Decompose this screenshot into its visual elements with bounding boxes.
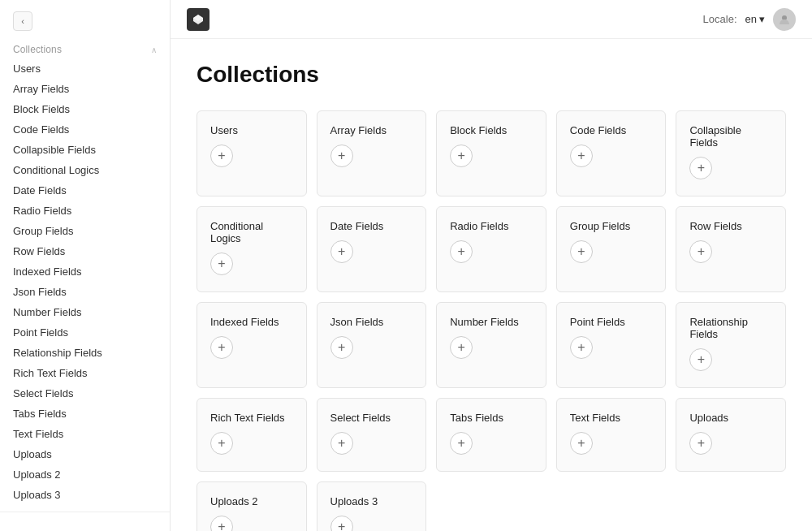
locale-selector[interactable]: en ▾ xyxy=(745,13,765,25)
collection-add-icon[interactable]: + xyxy=(689,240,712,263)
collection-card[interactable]: Number Fields+ xyxy=(436,302,546,388)
sidebar-link-relationship-fields[interactable]: Relationship Fields xyxy=(0,343,170,363)
collection-add-icon[interactable]: + xyxy=(330,516,353,531)
collection-card[interactable]: Relationship Fields+ xyxy=(676,302,786,388)
app-logo xyxy=(187,8,209,31)
sidebar-link-select-fields[interactable]: Select Fields xyxy=(0,383,170,404)
collection-card[interactable]: Rich Text Fields+ xyxy=(197,398,307,472)
collection-add-icon[interactable]: + xyxy=(210,516,233,531)
collection-card[interactable]: Uploads 3+ xyxy=(317,481,427,531)
collection-add-icon[interactable]: + xyxy=(450,336,473,359)
collection-add-icon[interactable]: + xyxy=(330,145,353,167)
collection-card[interactable]: Block Fields+ xyxy=(436,110,546,196)
collection-card-name: Uploads xyxy=(689,412,772,424)
sidebar-item: Rich Text Fields xyxy=(0,363,170,383)
collection-card[interactable]: Uploads+ xyxy=(676,398,786,472)
sidebar-section-collections: Collections ∧ xyxy=(0,37,170,58)
collection-card[interactable]: Group Fields+ xyxy=(556,206,667,292)
chevron-left-icon: ‹ xyxy=(21,16,24,26)
sidebar-link-row-fields[interactable]: Row Fields xyxy=(0,241,170,261)
collection-card[interactable]: Point Fields+ xyxy=(556,302,667,388)
sidebar-nav: UsersArray FieldsBlock FieldsCode Fields… xyxy=(0,58,170,512)
sidebar-link-array-fields[interactable]: Array Fields xyxy=(0,79,170,99)
sidebar-link-block-fields[interactable]: Block Fields xyxy=(0,99,170,119)
collection-card[interactable]: Tabs Fields+ xyxy=(436,398,546,472)
collection-add-icon[interactable]: + xyxy=(689,157,712,179)
collection-card[interactable]: Date Fields+ xyxy=(317,206,427,292)
collection-card[interactable]: Collapsible Fields+ xyxy=(676,110,786,196)
collection-add-icon[interactable]: + xyxy=(330,240,353,263)
collection-card[interactable]: Code Fields+ xyxy=(556,110,667,196)
collection-add-icon[interactable]: + xyxy=(689,348,712,371)
logout-button[interactable]: ⇥ xyxy=(13,522,32,531)
sidebar-item: Users xyxy=(0,58,170,79)
collection-card-name: Collapsible Fields xyxy=(689,124,772,149)
collection-card[interactable]: Text Fields+ xyxy=(556,398,667,472)
collection-card[interactable]: Row Fields+ xyxy=(676,206,786,292)
collection-card[interactable]: Users+ xyxy=(197,110,307,196)
sidebar-link-conditional-logics[interactable]: Conditional Logics xyxy=(0,160,170,180)
collection-card-name: Rich Text Fields xyxy=(210,412,293,424)
sidebar-link-indexed-fields[interactable]: Indexed Fields xyxy=(0,261,170,282)
sidebar-link-radio-fields[interactable]: Radio Fields xyxy=(0,201,170,221)
sidebar-link-code-fields[interactable]: Code Fields xyxy=(0,119,170,140)
collection-add-icon[interactable]: + xyxy=(330,432,353,455)
page-content: Collections Users+Array Fields+Block Fie… xyxy=(171,39,812,531)
sidebar-item: Block Fields xyxy=(0,99,170,119)
collection-card-name: Uploads 3 xyxy=(330,495,413,507)
sidebar-item: Number Fields xyxy=(0,302,170,322)
collections-grid: Users+Array Fields+Block Fields+Code Fie… xyxy=(197,110,786,531)
locale-chevron-icon: ▾ xyxy=(759,13,765,25)
collection-card-name: Users xyxy=(210,124,293,136)
collection-card[interactable]: Indexed Fields+ xyxy=(197,302,307,388)
collection-add-icon[interactable]: + xyxy=(330,336,353,359)
locale-label: Locale: xyxy=(703,13,737,25)
sidebar-link-date-fields[interactable]: Date Fields xyxy=(0,180,170,201)
collection-add-icon[interactable]: + xyxy=(210,336,233,359)
user-avatar[interactable] xyxy=(773,8,796,31)
collection-add-icon[interactable]: + xyxy=(210,432,233,455)
sidebar-link-uploads[interactable]: Uploads xyxy=(0,444,170,464)
sidebar-link-uploads-2[interactable]: Uploads 2 xyxy=(0,464,170,485)
sidebar-link-text-fields[interactable]: Text Fields xyxy=(0,424,170,444)
sidebar-link-collapsible-fields[interactable]: Collapsible Fields xyxy=(0,140,170,160)
sidebar-item: Conditional Logics xyxy=(0,160,170,180)
collection-card[interactable]: Uploads 2+ xyxy=(197,481,307,531)
sidebar-link-rich-text-fields[interactable]: Rich Text Fields xyxy=(0,363,170,383)
collection-card-name: Code Fields xyxy=(570,124,653,136)
sidebar-item: Row Fields xyxy=(0,241,170,261)
main-area: Locale: en ▾ Collections Users+Array Fie… xyxy=(171,0,812,531)
collection-add-icon[interactable]: + xyxy=(689,432,712,455)
sidebar: ‹ Collections ∧ UsersArray FieldsBlock F… xyxy=(0,0,171,531)
collection-card-name: Block Fields xyxy=(450,124,533,136)
collection-card[interactable]: Select Fields+ xyxy=(317,398,427,472)
sidebar-item: Code Fields xyxy=(0,119,170,140)
collection-card-name: Select Fields xyxy=(330,412,413,424)
sidebar-link-uploads-3[interactable]: Uploads 3 xyxy=(0,485,170,505)
collection-add-icon[interactable]: + xyxy=(570,432,593,455)
section-collapse-icon: ∧ xyxy=(151,45,157,54)
collections-section-label: Collections xyxy=(13,44,62,55)
collection-card[interactable]: Radio Fields+ xyxy=(436,206,546,292)
collection-add-icon[interactable]: + xyxy=(450,145,473,167)
collection-card-name: Text Fields xyxy=(570,412,653,424)
collection-add-icon[interactable]: + xyxy=(450,432,473,455)
sidebar-link-point-fields[interactable]: Point Fields xyxy=(0,322,170,343)
sidebar-link-number-fields[interactable]: Number Fields xyxy=(0,302,170,322)
collection-add-icon[interactable]: + xyxy=(570,336,593,359)
sidebar-link-users[interactable]: Users xyxy=(0,58,170,79)
sidebar-collapse-button[interactable]: ‹ xyxy=(13,11,32,31)
sidebar-item: Select Fields xyxy=(0,383,170,404)
page-title: Collections xyxy=(197,62,786,88)
sidebar-link-group-fields[interactable]: Group Fields xyxy=(0,221,170,241)
sidebar-link-json-fields[interactable]: Json Fields xyxy=(0,282,170,302)
collection-add-icon[interactable]: + xyxy=(570,240,593,263)
collection-add-icon[interactable]: + xyxy=(450,240,473,263)
collection-add-icon[interactable]: + xyxy=(210,145,233,167)
collection-add-icon[interactable]: + xyxy=(210,253,233,275)
sidebar-link-tabs-fields[interactable]: Tabs Fields xyxy=(0,404,170,424)
collection-add-icon[interactable]: + xyxy=(570,145,593,167)
collection-card[interactable]: Conditional Logics+ xyxy=(197,206,307,292)
collection-card[interactable]: Array Fields+ xyxy=(317,110,427,196)
collection-card[interactable]: Json Fields+ xyxy=(317,302,427,388)
